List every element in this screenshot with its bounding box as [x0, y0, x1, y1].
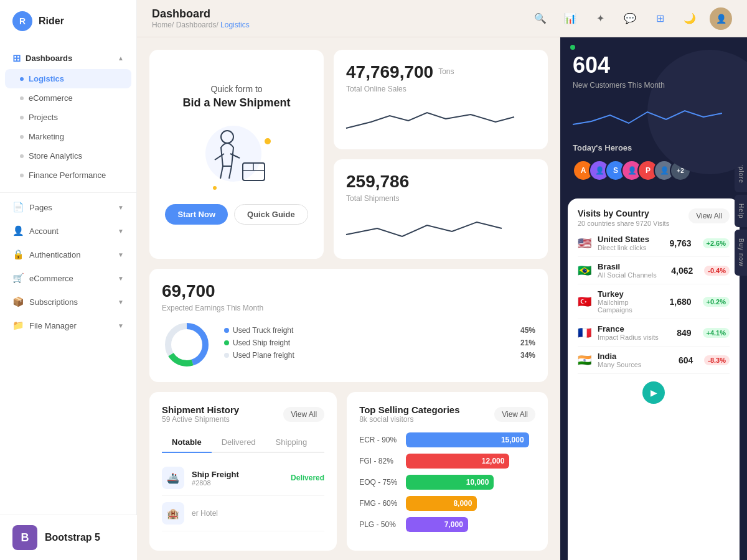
- sidebar-logo[interactable]: R Rider: [0, 0, 136, 42]
- help-button[interactable]: Help: [735, 195, 747, 228]
- shipment-header: Shipment History 59 Active Shipments Vie…: [162, 404, 324, 424]
- us-flag: 🇺🇸: [578, 236, 591, 250]
- bar-label-ecr: ECR - 90%: [359, 436, 400, 444]
- earnings-card: 69,700 Expected Earnings This Month: [149, 269, 548, 382]
- svg-point-5: [265, 138, 271, 144]
- tab-notable[interactable]: Notable: [162, 432, 212, 453]
- sidebar-item-ecommerce[interactable]: eCommerce: [0, 88, 136, 108]
- shipment-name: Ship Freight: [192, 470, 283, 479]
- bar-label-plg: PLG - 50%: [359, 520, 400, 529]
- nav-dot: [20, 96, 24, 100]
- in-visits: 604: [679, 355, 693, 365]
- visits-subtitle: 20 countries share 9720 Visits: [578, 220, 669, 227]
- tab-delivered[interactable]: Delivered: [212, 432, 266, 453]
- bar-row-eoq: EOQ - 75% 10,000: [359, 475, 535, 490]
- shipment-info: Ship Freight #2808: [192, 470, 283, 487]
- total-sales-value: 47,769,700: [346, 62, 433, 82]
- shipment-tabs: Notable Delivered Shipping: [162, 432, 324, 453]
- legend-left: Used Truck freight: [224, 326, 293, 335]
- nav-dot: [20, 116, 24, 119]
- chevron-down-icon: ▼: [118, 228, 124, 235]
- legend-plane: Used Plane freight 34%: [224, 351, 535, 360]
- us-name: United States: [598, 235, 663, 244]
- bottom-cards-row: Shipment History 59 Active Shipments Vie…: [149, 392, 548, 551]
- sidebar-group-file-manager[interactable]: 📁 File Manager ▼: [0, 314, 136, 337]
- chevron-down-icon: ▼: [118, 204, 124, 211]
- sidebar-group-pages[interactable]: 📄 Pages ▼: [0, 195, 136, 219]
- shipment-history-card: Shipment History 59 Active Shipments Vie…: [149, 392, 337, 551]
- nav-dot: [20, 154, 24, 158]
- divider: [0, 192, 136, 193]
- fr-name: France: [598, 324, 670, 334]
- top-cards-row: Quick form to Bid a New Shipment: [149, 50, 548, 259]
- search-icon[interactable]: 🔍: [530, 9, 550, 29]
- sidebar-item-finance-performance[interactable]: Finance Performance: [0, 166, 136, 185]
- shipment-title-area: Shipment History 59 Active Shipments: [162, 404, 239, 424]
- shipment-subtitle: 59 Active Shipments: [162, 415, 239, 424]
- bar-fill-fmg: 8,000: [406, 496, 477, 511]
- us-visits: 9,763: [669, 238, 691, 248]
- bar-container-fgi: 12,000: [406, 454, 535, 469]
- fr-flag: 🇫🇷: [578, 326, 591, 340]
- shipment-item: 🚢 Ship Freight #2808 Delivered: [162, 460, 324, 496]
- chart-icon[interactable]: 📊: [560, 9, 580, 29]
- chevron-down-icon: ▼: [118, 299, 124, 306]
- buy-now-button[interactable]: Buy now: [735, 230, 747, 275]
- nav-dot: [20, 174, 24, 177]
- sidebar-group-account[interactable]: 👤 Account ▼: [0, 219, 136, 243]
- legend-truck: Used Truck freight 45%: [224, 326, 535, 335]
- shipment-hotel-name: er Hotel: [192, 509, 324, 518]
- teal-circle-icon[interactable]: ▶: [642, 381, 665, 404]
- br-flag: 🇧🇷: [578, 264, 591, 278]
- fr-visits: 849: [677, 328, 691, 338]
- quick-guide-button[interactable]: Quick Guide: [234, 204, 308, 225]
- sidebar-group-subscriptions[interactable]: 📦 Subscriptions ▼: [0, 290, 136, 314]
- visits-card: Visits by Country 20 countries share 972…: [568, 198, 740, 560]
- country-row-us: 🇺🇸 United States Direct link clicks 9,76…: [578, 230, 730, 257]
- sidebar-item-store-analytics[interactable]: Store Analytics: [0, 146, 136, 166]
- file-manager-icon: 📁: [12, 320, 24, 331]
- theme-icon[interactable]: 🌙: [680, 9, 700, 29]
- promo-title: Bid a New Shipment: [182, 96, 290, 110]
- avatar[interactable]: 👤: [710, 7, 732, 30]
- chat-icon[interactable]: 💬: [620, 9, 640, 29]
- sidebar-group-ecommerce[interactable]: 🛒 eCommerce ▼: [0, 266, 136, 290]
- bar-container-plg: 7,000: [406, 517, 535, 532]
- visits-view-all-button[interactable]: View All: [688, 208, 730, 223]
- stat-header: 47,769,700 Tons: [346, 62, 535, 82]
- shipment-view-all-button[interactable]: View All: [283, 407, 324, 422]
- promo-subtitle: Quick form to: [210, 84, 262, 94]
- br-info: Brasil All Social Channels: [598, 262, 665, 279]
- panel-customers-section: 604 New Customers This Month: [560, 37, 747, 143]
- grid-icon[interactable]: ⊞: [650, 9, 670, 29]
- categories-header: Top Selling Categories 8k social visitor…: [359, 404, 535, 424]
- main-panel: Quick form to Bid a New Shipment: [137, 37, 560, 560]
- topbar-title-area: Dashboard Home/ Dashboards/ Logistics: [152, 7, 250, 29]
- second-cards-row: 69,700 Expected Earnings This Month: [149, 269, 548, 382]
- sidebar-item-marketing[interactable]: Marketing: [0, 127, 136, 146]
- settings-icon[interactable]: ✦: [590, 9, 610, 29]
- tab-shipping[interactable]: Shipping: [266, 432, 317, 453]
- plane-dot: [224, 353, 229, 358]
- sidebar-item-logistics[interactable]: Logistics: [5, 69, 131, 88]
- dashboards-header[interactable]: ⊞ Dashboards ▲: [0, 47, 136, 69]
- sidebar-item-projects[interactable]: Projects: [0, 108, 136, 127]
- categories-title: Top Selling Categories: [359, 404, 459, 415]
- bar-value-ecr: 15,000: [501, 436, 524, 444]
- stat-cards-column: 47,769,700 Tons Total Online Sales 259,7…: [334, 50, 548, 259]
- donut-legend: Used Truck freight 45% Used Ship freight…: [224, 326, 535, 363]
- earnings-label: Expected Earnings This Month: [162, 304, 535, 312]
- shipment-title: Shipment History: [162, 404, 239, 415]
- categories-view-all-button[interactable]: View All: [494, 407, 535, 422]
- bar-fill-fgi: 12,000: [406, 454, 509, 469]
- online-indicator: [570, 45, 575, 50]
- bar-label-eoq: EOQ - 75%: [359, 478, 400, 487]
- sidebar-group-authentication[interactable]: 🔒 Authentication ▼: [0, 243, 136, 266]
- fr-info: France Impact Radius visits: [598, 324, 670, 341]
- page-title: Dashboard: [152, 7, 250, 21]
- start-now-button[interactable]: Start Now: [165, 204, 228, 225]
- ship-icon: 🚢: [162, 467, 184, 489]
- shipment-info-2: er Hotel: [192, 509, 324, 518]
- ship-dot: [224, 340, 229, 345]
- tr-source: Mailchimp Campaigns: [598, 299, 663, 314]
